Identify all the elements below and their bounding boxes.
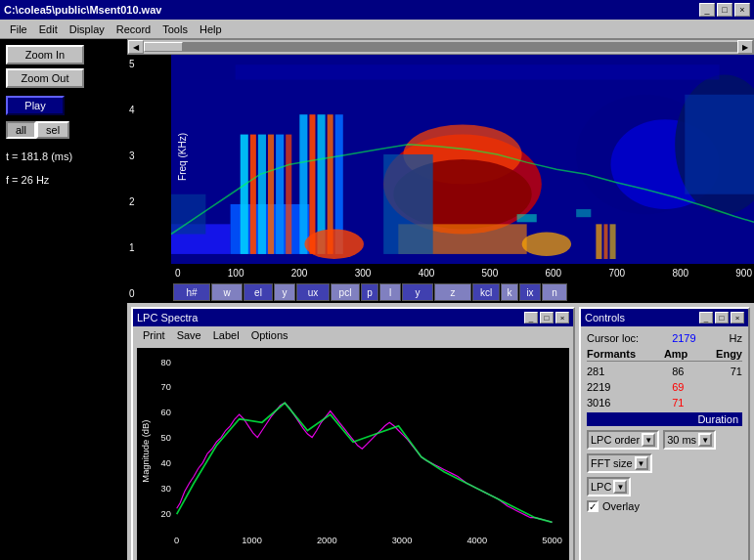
fft-size-arrow[interactable]: ▼	[635, 456, 648, 470]
fft-size-row: FFT size ▼	[587, 453, 742, 473]
phoneme-y1: y	[274, 283, 295, 301]
lpc-order-arrow[interactable]: ▼	[642, 433, 655, 447]
lpc-label: LPC	[591, 481, 611, 493]
xaxis-bar: 0 100 200 300 400 500 600 700 800 900	[171, 264, 754, 281]
play-button[interactable]: Play	[6, 96, 65, 115]
svg-text:0: 0	[174, 536, 179, 545]
controls-window-controls: _ □ ×	[699, 312, 744, 323]
lpc-plot: 80 70 60 50 40 30 20 0 1000 2000 3000 40…	[137, 348, 569, 560]
menu-file[interactable]: File	[4, 22, 33, 36]
formant-row-3: 3016 71	[587, 397, 742, 409]
xaxis-800: 800	[672, 268, 688, 279]
formant-2-freq: 2219	[587, 381, 626, 393]
formant-1-engy: 71	[713, 366, 742, 377]
svg-text:5000: 5000	[542, 536, 562, 545]
lpc-window-controls: _ □ ×	[524, 312, 569, 323]
xaxis-900: 900	[735, 268, 752, 279]
ctrl-minimize-button[interactable]: _	[699, 312, 713, 323]
menu-record[interactable]: Record	[111, 22, 156, 36]
phoneme-bar: h# w el y ux pcl p l y z kcl k ix n	[171, 281, 754, 303]
freq-status: f = 26 Hz	[6, 174, 121, 186]
menu-help[interactable]: Help	[194, 22, 228, 36]
zoom-in-button[interactable]: Zoom In	[6, 45, 84, 65]
overlay-row: ✓ Overlay	[587, 500, 742, 512]
svg-text:20: 20	[161, 509, 171, 519]
lpc-order-value-dropdown[interactable]: 30 ms ▼	[663, 430, 716, 450]
play-mode-group: all sel	[6, 121, 121, 139]
zoom-out-button[interactable]: Zoom Out	[6, 68, 84, 88]
formants-col1: Formants	[587, 348, 636, 360]
right-main: ◀ ▶ 5 4 3 2 1 0	[127, 39, 754, 560]
scroll-thumb[interactable]	[144, 42, 183, 52]
lpc-close-button[interactable]: ×	[555, 312, 569, 323]
spectrogram-main: 0 100 200 300 400 500 600 700 800 900 h#	[171, 55, 754, 303]
menu-display[interactable]: Display	[64, 22, 111, 36]
svg-text:40: 40	[161, 458, 171, 468]
scroll-track[interactable]	[144, 42, 737, 52]
svg-rect-33	[177, 354, 553, 532]
svg-rect-28	[610, 224, 616, 259]
lpc-order-dropdown[interactable]: LPC order ▼	[587, 430, 659, 450]
minimize-button[interactable]: _	[699, 3, 715, 17]
lpc-dropdown[interactable]: LPC ▼	[587, 477, 631, 496]
lpc-order-value-arrow[interactable]: ▼	[698, 433, 712, 447]
menu-bar: File Edit Display Record Tools Help	[0, 20, 754, 39]
scroll-right-button[interactable]: ▶	[737, 40, 753, 54]
svg-text:1000: 1000	[242, 536, 262, 545]
formants-header: Formants Amp Engy	[587, 348, 742, 362]
window-title: C:\colea5\public\Msent010.wav	[4, 4, 161, 16]
overlay-label: Overlay	[602, 500, 640, 512]
lpc-titlebar: LPC Spectra _ □ ×	[133, 309, 573, 326]
phoneme-pcl: pcl	[331, 283, 360, 301]
xaxis-400: 400	[419, 268, 435, 279]
lpc-spectra-window: LPC Spectra _ □ × Print Save Label Optio…	[131, 307, 575, 560]
lpc-minimize-button[interactable]: _	[524, 312, 538, 323]
spectrogram-svg	[171, 55, 754, 264]
ctrl-maximize-button[interactable]: □	[715, 312, 729, 323]
svg-rect-8	[276, 135, 284, 254]
lpc-order-value: 30 ms	[667, 434, 696, 446]
fft-size-dropdown[interactable]: FFT size ▼	[587, 453, 652, 473]
spectrogram-canvas[interactable]	[171, 55, 754, 264]
phoneme-l: l	[379, 283, 401, 301]
play-sel-button[interactable]: sel	[36, 121, 69, 139]
xaxis-200: 200	[291, 268, 308, 279]
lpc-menu-save[interactable]: Save	[171, 329, 207, 341]
close-button[interactable]: ×	[734, 3, 750, 17]
svg-text:Magnitude (dB): Magnitude (dB)	[141, 420, 151, 483]
formant-1-freq: 281	[587, 366, 626, 377]
svg-rect-19	[383, 154, 433, 254]
lpc-maximize-button[interactable]: □	[540, 312, 554, 323]
svg-rect-10	[299, 114, 307, 254]
svg-point-25	[522, 232, 572, 255]
lpc-menu-options[interactable]: Options	[245, 329, 294, 341]
fft-size-label: FFT size	[591, 457, 633, 469]
overlay-checkbox[interactable]: ✓	[587, 500, 599, 512]
horizontal-scrollbar-top[interactable]: ◀ ▶	[127, 39, 754, 55]
lpc-menu-label[interactable]: Label	[207, 329, 245, 341]
spectrogram-yaxis: 5 4 3 2 1 0	[127, 55, 171, 303]
lpc-menu-print[interactable]: Print	[137, 329, 171, 341]
yaxis-label-5: 5	[129, 59, 169, 69]
menu-edit[interactable]: Edit	[33, 22, 64, 36]
menu-tools[interactable]: Tools	[156, 22, 194, 36]
svg-text:2000: 2000	[317, 536, 337, 545]
cursor-loc-unit: Hz	[730, 332, 742, 344]
lpc-arrow[interactable]: ▼	[613, 480, 627, 494]
formant-3-engy	[713, 397, 742, 409]
title-bar: C:\colea5\public\Msent010.wav _ □ ×	[0, 0, 754, 20]
maximize-button[interactable]: □	[717, 3, 732, 17]
lpc-order-row: LPC order ▼ 30 ms ▼	[587, 430, 742, 450]
scroll-left-button[interactable]: ◀	[128, 40, 144, 54]
play-all-button[interactable]: all	[6, 121, 36, 139]
spectrogram-container: 5 4 3 2 1 0	[127, 55, 754, 303]
lpc-menubar: Print Save Label Options	[133, 326, 573, 344]
ctrl-close-button[interactable]: ×	[731, 312, 744, 323]
svg-text:50: 50	[161, 433, 171, 443]
controls-body: Cursor loc: 2179 Hz Formants Amp Engy 28…	[581, 326, 748, 518]
svg-rect-27	[603, 224, 607, 259]
bottom-section: LPC Spectra _ □ × Print Save Label Optio…	[127, 303, 754, 560]
yaxis-label-4: 4	[129, 105, 169, 115]
svg-rect-9	[286, 135, 291, 254]
svg-point-24	[304, 229, 364, 259]
